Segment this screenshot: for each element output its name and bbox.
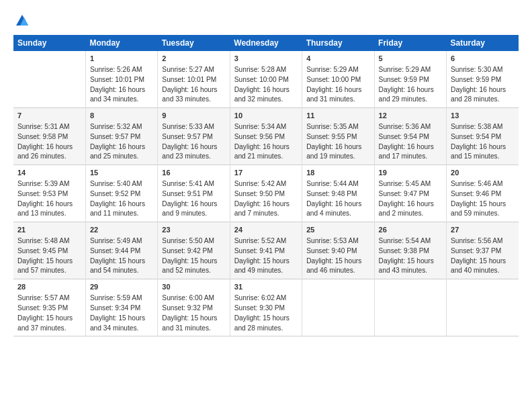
week-row-2: 7Sunrise: 5:31 AM Sunset: 9:58 PM Daylig… <box>13 108 519 165</box>
calendar-cell: 20Sunrise: 5:46 AM Sunset: 9:46 PM Dayli… <box>447 165 519 222</box>
day-number: 14 <box>17 168 81 179</box>
day-content: Sunrise: 5:48 AM Sunset: 9:45 PM Dayligh… <box>17 236 81 276</box>
calendar-cell: 9Sunrise: 5:33 AM Sunset: 9:57 PM Daylig… <box>158 108 230 165</box>
day-content: Sunrise: 5:39 AM Sunset: 9:53 PM Dayligh… <box>17 179 81 219</box>
col-header-sunday: Sunday <box>13 35 85 51</box>
day-number: 17 <box>234 168 298 179</box>
calendar-cell: 29Sunrise: 5:59 AM Sunset: 9:34 PM Dayli… <box>85 279 157 336</box>
day-content: Sunrise: 5:31 AM Sunset: 9:58 PM Dayligh… <box>17 122 81 162</box>
calendar-cell: 21Sunrise: 5:48 AM Sunset: 9:45 PM Dayli… <box>13 222 85 279</box>
calendar-cell: 8Sunrise: 5:32 AM Sunset: 9:57 PM Daylig… <box>85 108 157 165</box>
day-number: 16 <box>162 168 225 179</box>
calendar-cell: 14Sunrise: 5:39 AM Sunset: 9:53 PM Dayli… <box>13 165 85 222</box>
calendar-cell: 19Sunrise: 5:45 AM Sunset: 9:47 PM Dayli… <box>374 165 446 222</box>
calendar-cell <box>374 279 446 336</box>
day-content: Sunrise: 5:44 AM Sunset: 9:48 PM Dayligh… <box>306 179 369 219</box>
calendar-cell: 13Sunrise: 5:38 AM Sunset: 9:54 PM Dayli… <box>447 108 519 165</box>
calendar-cell <box>302 279 374 336</box>
day-content: Sunrise: 5:41 AM Sunset: 9:51 PM Dayligh… <box>162 179 225 219</box>
day-number: 6 <box>451 54 515 64</box>
day-content: Sunrise: 5:27 AM Sunset: 10:01 PM Daylig… <box>162 65 225 105</box>
calendar-cell: 5Sunrise: 5:29 AM Sunset: 9:59 PM Daylig… <box>374 51 446 108</box>
day-content: Sunrise: 5:50 AM Sunset: 9:42 PM Dayligh… <box>162 236 225 276</box>
calendar-cell: 3Sunrise: 5:28 AM Sunset: 10:00 PM Dayli… <box>230 51 302 108</box>
calendar-cell: 26Sunrise: 5:54 AM Sunset: 9:38 PM Dayli… <box>374 222 446 279</box>
day-content: Sunrise: 5:54 AM Sunset: 9:38 PM Dayligh… <box>379 236 442 276</box>
day-content: Sunrise: 5:46 AM Sunset: 9:46 PM Dayligh… <box>451 179 515 219</box>
day-content: Sunrise: 5:35 AM Sunset: 9:55 PM Dayligh… <box>306 122 369 162</box>
day-number: 18 <box>306 168 369 179</box>
calendar-cell: 7Sunrise: 5:31 AM Sunset: 9:58 PM Daylig… <box>13 108 85 165</box>
day-content: Sunrise: 5:40 AM Sunset: 9:52 PM Dayligh… <box>90 179 153 219</box>
day-number: 11 <box>306 111 369 122</box>
week-row-4: 21Sunrise: 5:48 AM Sunset: 9:45 PM Dayli… <box>13 222 519 279</box>
day-number: 24 <box>234 225 298 236</box>
calendar-cell <box>447 279 519 336</box>
logo <box>13 13 30 31</box>
day-number: 5 <box>379 54 442 64</box>
day-number: 29 <box>90 282 153 293</box>
day-number: 9 <box>162 111 225 122</box>
day-number: 20 <box>451 168 515 179</box>
day-content: Sunrise: 5:33 AM Sunset: 9:57 PM Dayligh… <box>162 122 225 162</box>
calendar-table: SundayMondayTuesdayWednesdayThursdayFrid… <box>13 35 519 336</box>
day-content: Sunrise: 5:29 AM Sunset: 9:59 PM Dayligh… <box>379 65 442 105</box>
col-header-saturday: Saturday <box>447 35 519 51</box>
day-number: 30 <box>162 282 225 293</box>
day-content: Sunrise: 5:42 AM Sunset: 9:50 PM Dayligh… <box>234 179 298 219</box>
day-content: Sunrise: 5:29 AM Sunset: 10:00 PM Daylig… <box>306 65 369 105</box>
col-header-monday: Monday <box>85 35 157 51</box>
header <box>13 11 519 31</box>
calendar-cell: 18Sunrise: 5:44 AM Sunset: 9:48 PM Dayli… <box>302 165 374 222</box>
calendar-cell: 4Sunrise: 5:29 AM Sunset: 10:00 PM Dayli… <box>302 51 374 108</box>
day-content: Sunrise: 6:00 AM Sunset: 9:32 PM Dayligh… <box>162 293 225 333</box>
calendar-cell: 6Sunrise: 5:30 AM Sunset: 9:59 PM Daylig… <box>447 51 519 108</box>
day-content: Sunrise: 5:26 AM Sunset: 10:01 PM Daylig… <box>90 65 153 105</box>
calendar-cell: 23Sunrise: 5:50 AM Sunset: 9:42 PM Dayli… <box>158 222 230 279</box>
day-content: Sunrise: 5:49 AM Sunset: 9:44 PM Dayligh… <box>90 236 153 276</box>
calendar-cell: 11Sunrise: 5:35 AM Sunset: 9:55 PM Dayli… <box>302 108 374 165</box>
day-content: Sunrise: 5:30 AM Sunset: 9:59 PM Dayligh… <box>451 65 515 105</box>
header-row: SundayMondayTuesdayWednesdayThursdayFrid… <box>13 35 519 51</box>
week-row-3: 14Sunrise: 5:39 AM Sunset: 9:53 PM Dayli… <box>13 165 519 222</box>
day-number: 12 <box>379 111 442 122</box>
day-number: 23 <box>162 225 225 236</box>
calendar-cell: 1Sunrise: 5:26 AM Sunset: 10:01 PM Dayli… <box>85 51 157 108</box>
calendar-cell: 10Sunrise: 5:34 AM Sunset: 9:56 PM Dayli… <box>230 108 302 165</box>
day-content: Sunrise: 5:53 AM Sunset: 9:40 PM Dayligh… <box>306 236 369 276</box>
calendar-cell: 25Sunrise: 5:53 AM Sunset: 9:40 PM Dayli… <box>302 222 374 279</box>
day-number: 13 <box>451 111 515 122</box>
calendar-cell: 31Sunrise: 6:02 AM Sunset: 9:30 PM Dayli… <box>230 279 302 336</box>
logo-icon <box>15 13 30 28</box>
day-number: 2 <box>162 54 225 64</box>
day-number: 10 <box>234 111 298 122</box>
day-content: Sunrise: 5:52 AM Sunset: 9:41 PM Dayligh… <box>234 236 298 276</box>
day-number: 31 <box>234 282 298 293</box>
day-content: Sunrise: 5:45 AM Sunset: 9:47 PM Dayligh… <box>379 179 442 219</box>
calendar-cell: 17Sunrise: 5:42 AM Sunset: 9:50 PM Dayli… <box>230 165 302 222</box>
day-content: Sunrise: 5:56 AM Sunset: 9:37 PM Dayligh… <box>451 236 515 276</box>
day-number: 4 <box>306 54 369 64</box>
day-number: 3 <box>234 54 298 64</box>
day-content: Sunrise: 5:34 AM Sunset: 9:56 PM Dayligh… <box>234 122 298 162</box>
calendar-cell: 24Sunrise: 5:52 AM Sunset: 9:41 PM Dayli… <box>230 222 302 279</box>
col-header-tuesday: Tuesday <box>158 35 230 51</box>
day-content: Sunrise: 5:38 AM Sunset: 9:54 PM Dayligh… <box>451 122 515 162</box>
calendar-cell <box>13 51 85 108</box>
calendar-cell: 2Sunrise: 5:27 AM Sunset: 10:01 PM Dayli… <box>158 51 230 108</box>
logo-text <box>13 13 30 31</box>
calendar-cell: 28Sunrise: 5:57 AM Sunset: 9:35 PM Dayli… <box>13 279 85 336</box>
day-content: Sunrise: 5:57 AM Sunset: 9:35 PM Dayligh… <box>17 293 81 333</box>
day-number: 1 <box>90 54 153 64</box>
calendar-cell: 30Sunrise: 6:00 AM Sunset: 9:32 PM Dayli… <box>158 279 230 336</box>
day-content: Sunrise: 5:28 AM Sunset: 10:00 PM Daylig… <box>234 65 298 105</box>
day-content: Sunrise: 5:32 AM Sunset: 9:57 PM Dayligh… <box>90 122 153 162</box>
col-header-friday: Friday <box>374 35 446 51</box>
day-content: Sunrise: 6:02 AM Sunset: 9:30 PM Dayligh… <box>234 293 298 333</box>
day-number: 15 <box>90 168 153 179</box>
calendar-cell: 12Sunrise: 5:36 AM Sunset: 9:54 PM Dayli… <box>374 108 446 165</box>
day-number: 7 <box>17 111 81 122</box>
day-number: 26 <box>379 225 442 236</box>
week-row-1: 1Sunrise: 5:26 AM Sunset: 10:01 PM Dayli… <box>13 51 519 108</box>
day-number: 21 <box>17 225 81 236</box>
